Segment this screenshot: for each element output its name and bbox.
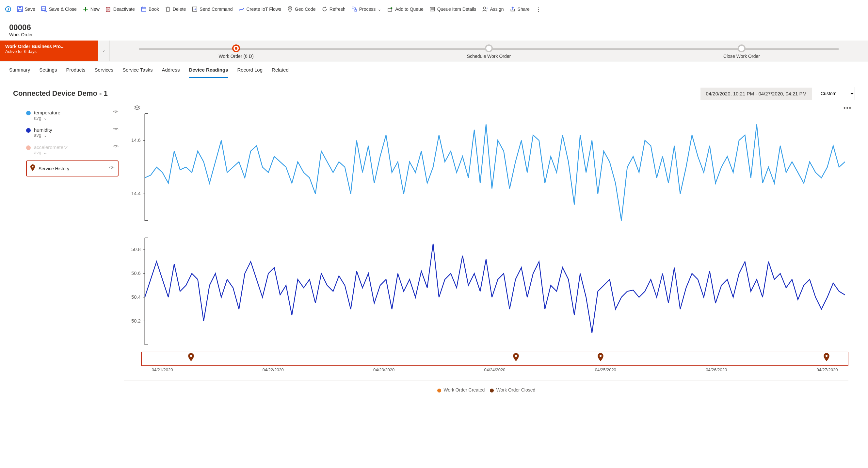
process-button[interactable]: Process ⌄ [351, 6, 382, 12]
bpf-stage[interactable]: Work Order (6 D) [110, 40, 363, 59]
svg-point-23 [115, 111, 117, 113]
assign-button[interactable]: Assign [482, 6, 504, 12]
share-label: Share [518, 6, 530, 12]
trash-icon [165, 6, 171, 12]
svg-point-44 [599, 355, 601, 357]
tab-products[interactable]: Products [66, 67, 85, 78]
legend-service-history[interactable]: Service History [26, 160, 119, 176]
svg-point-25 [115, 146, 117, 147]
delete-button[interactable]: Delete [165, 6, 186, 12]
add-to-queue-button[interactable]: Add to Queue [387, 6, 423, 12]
layers-icon[interactable] [134, 105, 141, 113]
overflow-button[interactable]: ⋮ [535, 5, 541, 13]
chevron-down-icon: ⌄ [43, 115, 48, 121]
svg-point-22 [483, 7, 486, 9]
flow-icon [238, 6, 244, 12]
save-button[interactable]: Save [17, 6, 35, 12]
send-command-button[interactable]: Send Command [192, 6, 232, 12]
created-dot [437, 388, 441, 392]
stage-label: Schedule Work Order [467, 54, 511, 59]
chevron-down-icon: ⌄ [43, 150, 48, 155]
service-pins-row [141, 352, 848, 366]
deactivate-icon [105, 6, 111, 12]
create-iot-flows-label: Create IoT Flows [246, 6, 281, 12]
back-icon[interactable]: ❯ [5, 6, 11, 12]
time-range-select[interactable]: Custom [816, 87, 855, 100]
tab-service-tasks[interactable]: Service Tasks [122, 67, 153, 78]
new-label: New [90, 6, 100, 12]
plus-icon [83, 6, 89, 12]
svg-point-14 [243, 8, 244, 9]
stage-dot [232, 45, 240, 52]
service-pin[interactable] [513, 353, 519, 364]
book-button[interactable]: Book [141, 6, 159, 12]
service-pin[interactable] [823, 353, 830, 364]
save-close-icon [41, 6, 47, 12]
legend-item-accelerometerZ[interactable]: accelerometerZ avg⌄ [26, 141, 119, 158]
bpf-process-title: Work Order Business Pro... [5, 44, 93, 49]
process-icon [351, 6, 357, 12]
legend-label: accelerometerZ [34, 144, 110, 150]
stage-label: Work Order (6 D) [218, 54, 253, 59]
legend-label: humidity [34, 127, 110, 133]
tab-record-log[interactable]: Record Log [237, 67, 262, 78]
x-tick: 04/22/2020 [262, 367, 284, 372]
closed-dot [490, 388, 494, 392]
legend-sublabel: avg⌄ [34, 133, 110, 138]
tab-list: SummarySettingsProductsServicesService T… [0, 61, 868, 79]
visibility-toggle-icon[interactable] [109, 166, 115, 172]
closed-label: Work Order Closed [496, 387, 535, 392]
svg-text:14.4: 14.4 [131, 191, 141, 196]
geo-code-button[interactable]: Geo Code [287, 6, 316, 12]
process-label: Process [359, 6, 376, 12]
new-button[interactable]: New [83, 6, 100, 12]
save-close-button[interactable]: Save & Close [41, 6, 77, 12]
add-to-queue-label: Add to Queue [395, 6, 423, 12]
visibility-toggle-icon[interactable] [113, 144, 119, 150]
bpf-stage[interactable]: Schedule Work Order [363, 40, 615, 59]
svg-rect-1 [19, 9, 22, 11]
x-tick: 04/27/2020 [816, 367, 838, 372]
delete-label: Delete [173, 6, 186, 12]
svg-point-42 [190, 355, 192, 357]
queue-details-icon [429, 6, 435, 12]
x-tick: 04/21/2020 [152, 367, 173, 372]
tab-related[interactable]: Related [272, 67, 289, 78]
svg-rect-16 [352, 7, 354, 9]
service-pin[interactable] [597, 353, 604, 364]
tab-address[interactable]: Address [162, 67, 180, 78]
refresh-button[interactable]: Refresh [322, 6, 345, 12]
queue-item-details-label: Queue Item Details [437, 6, 476, 12]
svg-text:50.2: 50.2 [131, 318, 141, 324]
x-tick: 04/26/2020 [706, 367, 727, 372]
deactivate-label: Deactivate [113, 6, 135, 12]
legend-label: temperature [34, 110, 110, 115]
svg-text:50.6: 50.6 [131, 271, 141, 276]
create-iot-flows-button[interactable]: Create IoT Flows [238, 6, 281, 12]
legend-item-temperature[interactable]: temperature avg⌄ [26, 107, 119, 124]
service-pin[interactable] [188, 353, 194, 364]
visibility-toggle-icon[interactable] [113, 110, 119, 116]
legend-item-humidity[interactable]: humidity avg⌄ [26, 124, 119, 141]
visibility-toggle-icon[interactable] [113, 127, 119, 133]
svg-point-27 [111, 167, 113, 168]
bpf-process-info[interactable]: Work Order Business Pro... Active for 6 … [0, 40, 98, 61]
svg-rect-17 [354, 9, 356, 11]
tab-summary[interactable]: Summary [9, 67, 30, 78]
more-icon[interactable]: ••• [843, 105, 852, 112]
tab-settings[interactable]: Settings [39, 67, 57, 78]
share-button[interactable]: Share [510, 6, 530, 12]
x-axis: 04/21/202004/22/202004/23/202004/24/2020… [141, 367, 848, 377]
record-header: 00006 Work Order [0, 18, 868, 40]
share-icon [510, 6, 516, 12]
x-tick: 04/24/2020 [484, 367, 505, 372]
tab-device-readings[interactable]: Device Readings [189, 67, 228, 78]
queue-item-details-button[interactable]: Queue Item Details [429, 6, 476, 12]
bpf-collapse-button[interactable]: ‹ [98, 40, 110, 61]
tab-services[interactable]: Services [95, 67, 114, 78]
time-range-display: 04/20/2020, 10:21 PM - 04/27/2020, 04:21… [701, 88, 812, 100]
bpf-stage[interactable]: Close Work Order [615, 40, 868, 59]
svg-point-45 [826, 355, 828, 357]
legend-sublabel: avg⌄ [34, 150, 110, 155]
deactivate-button[interactable]: Deactivate [105, 6, 135, 12]
